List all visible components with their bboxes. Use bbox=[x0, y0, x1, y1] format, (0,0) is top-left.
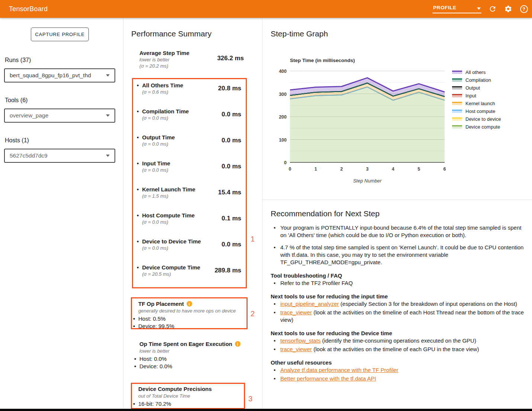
metric-value: 0.0 ms bbox=[222, 241, 241, 248]
tool-link[interactable]: Analyze tf.data performance with the TF … bbox=[280, 367, 398, 373]
metric-sigma: (σ = 0.0 ms) bbox=[142, 167, 170, 173]
tool-link[interactable]: tensorflow_stats bbox=[280, 337, 320, 344]
legend-item: Output bbox=[452, 86, 501, 90]
highlight-box-1: •All Others Time(σ = 0.6 ms)20.8 ms•Comp… bbox=[132, 78, 247, 288]
legend-swatch bbox=[452, 102, 462, 105]
bullet-icon: • bbox=[137, 108, 139, 121]
recommendation-subsection: Next tools to use for reducing the Devic… bbox=[271, 330, 528, 353]
tools-label: Tools (6) bbox=[5, 97, 28, 104]
list-item: Host: 0.5% bbox=[132, 315, 246, 323]
annotation-2: 2 bbox=[251, 310, 255, 318]
bullet-icon: • bbox=[137, 238, 139, 251]
legend-label: All others bbox=[465, 69, 486, 75]
chart-legend: All othersCompilationOutputInputKernel l… bbox=[452, 70, 501, 129]
settings-gear-icon[interactable] bbox=[504, 4, 513, 13]
sidebar-divider bbox=[123, 18, 123, 409]
y-tick-label: 300 bbox=[279, 92, 287, 97]
metric-label: All Others Time bbox=[142, 82, 183, 89]
x-tick-label: 3 bbox=[366, 166, 369, 172]
metric-sigma: (σ = 0.0 ms) bbox=[142, 115, 189, 121]
refresh-icon[interactable] bbox=[488, 4, 497, 13]
area-device-compute bbox=[290, 87, 445, 162]
tensorboard-profile-page: TensorBoard PROFILE ? CAPTURE PROFILE Ru… bbox=[0, 0, 532, 411]
legend-label: Host compute bbox=[465, 109, 495, 114]
tool-link[interactable]: Better performance with the tf.data API bbox=[280, 375, 376, 382]
bullet-icon: • bbox=[137, 186, 139, 199]
tool-link[interactable]: input_pipeline_analyzer bbox=[280, 301, 339, 307]
bullet-icon: • bbox=[137, 160, 139, 173]
x-tick-label: 2 bbox=[340, 166, 343, 172]
metric-value: 0.0 ms bbox=[222, 111, 241, 118]
metric-sigma: (σ = 20.5 ms) bbox=[142, 271, 200, 277]
legend-swatch bbox=[452, 86, 462, 90]
legend-label: Device compute bbox=[465, 124, 500, 130]
chevron-down-icon bbox=[106, 114, 110, 117]
metric-value: 20.8 ms bbox=[218, 85, 241, 92]
chevron-down-icon bbox=[106, 155, 110, 157]
recommendation-bullets: Your program is POTENTIALLY input-bound … bbox=[271, 224, 528, 266]
dashboard-selector[interactable]: PROFILE bbox=[432, 5, 481, 13]
list-item: 16-bit: 70.2% bbox=[132, 400, 244, 408]
x-axis-label: Step Number bbox=[353, 178, 382, 184]
x-tick-label: 6 bbox=[444, 166, 446, 172]
metric-label: Device Compute Time bbox=[142, 264, 200, 271]
metric-row: •Kernel Launch Time(σ = 1.5 ms)15.4 ms bbox=[136, 186, 241, 212]
metric-row: •Device to Device Time(σ = 0.0 ms)0.0 ms bbox=[136, 238, 241, 264]
metric-row: •Input Time(σ = 0.0 ms)0.0 ms bbox=[136, 160, 241, 186]
recommendation-section: Recommendation for Next Step Your progra… bbox=[271, 209, 528, 384]
subsection-item: trace_viewer (look at the activities on … bbox=[271, 346, 528, 353]
list-item: Host: 0.0% bbox=[133, 355, 252, 363]
x-tick-label: 1 bbox=[315, 166, 317, 172]
tools-select[interactable]: overview_page bbox=[4, 109, 115, 123]
metric-label: Input Time bbox=[142, 160, 170, 167]
legend-item: Input bbox=[452, 94, 501, 97]
legend-item: Host compute bbox=[452, 109, 501, 113]
metric-value: 0.0 ms bbox=[222, 163, 241, 170]
tool-link[interactable]: trace_viewer bbox=[280, 346, 312, 352]
chevron-down-icon bbox=[106, 74, 110, 77]
list-item: Device: 0.0% bbox=[133, 363, 252, 370]
metric-sigma: (σ = 0.0 ms) bbox=[142, 245, 201, 251]
subsection-heading: Tool troubleshooting / FAQ bbox=[271, 272, 528, 279]
legend-item: All others bbox=[452, 70, 501, 74]
recommendation-subsection: Tool troubleshooting / FAQRefer to the T… bbox=[271, 272, 528, 287]
metric-value: 0.0 ms bbox=[222, 137, 241, 144]
legend-swatch bbox=[452, 117, 462, 121]
recommendation-bullet: Your program is POTENTIALLY input-bound … bbox=[271, 224, 528, 239]
subsection-heading: Next tools to use for reducing the Devic… bbox=[271, 330, 528, 336]
subsection-heading: Other useful resources bbox=[271, 359, 528, 366]
runs-select[interactable]: bert_squad_8gpu_fp16_pvt_thd bbox=[4, 68, 115, 82]
legend-label: Compilation bbox=[465, 77, 491, 83]
y-tick-label: 200 bbox=[279, 114, 287, 120]
subsection-heading: Next tools to use for reducing the input… bbox=[271, 293, 528, 300]
recommendation-subsection: Other useful resourcesAnalyze tf.data pe… bbox=[271, 359, 528, 382]
average-step-time-sigma: (σ = 20.2 ms) bbox=[139, 63, 206, 69]
bullet-icon: • bbox=[137, 264, 139, 277]
info-icon[interactable]: i bbox=[235, 341, 241, 347]
subsection-item: Refer to the TF2 Profiler FAQ bbox=[271, 279, 528, 287]
tool-link[interactable]: trace_viewer bbox=[280, 309, 312, 315]
metric-sigma: (σ = 0.0 ms) bbox=[142, 141, 175, 147]
metric-row: •Output Time(σ = 0.0 ms)0.0 ms bbox=[136, 134, 241, 160]
capture-profile-button[interactable]: CAPTURE PROFILE bbox=[31, 27, 89, 41]
runs-label: Runs (37) bbox=[5, 57, 31, 64]
tools-selected-value: overview_page bbox=[10, 112, 48, 119]
legend-item: Device to device bbox=[452, 117, 501, 121]
hosts-select[interactable]: 5627c5dd7dc9 bbox=[4, 149, 115, 163]
help-icon[interactable]: ? bbox=[519, 4, 528, 13]
subsection-item: input_pipeline_analyzer (especially Sect… bbox=[271, 300, 528, 308]
metric-value: 15.4 ms bbox=[218, 189, 241, 196]
y-tick-label: 100 bbox=[279, 137, 287, 143]
runs-selected-value: bert_squad_8gpu_fp16_pvt_thd bbox=[10, 72, 91, 79]
y-tick-label: 400 bbox=[279, 69, 287, 74]
legend-label: Input bbox=[465, 93, 476, 98]
bullet-icon: • bbox=[137, 134, 139, 147]
legend-label: Device to device bbox=[465, 116, 501, 122]
precisions-title: Device Compute Precisions bbox=[132, 386, 244, 392]
metric-label: Output Time bbox=[142, 134, 175, 141]
metric-label: Kernel Launch Time bbox=[142, 186, 195, 193]
info-icon[interactable]: i bbox=[187, 301, 192, 307]
metric-label: Compilation Time bbox=[142, 108, 189, 115]
section-divider bbox=[262, 200, 532, 200]
tf-op-placement-title: TF Op Placement i bbox=[132, 301, 246, 307]
